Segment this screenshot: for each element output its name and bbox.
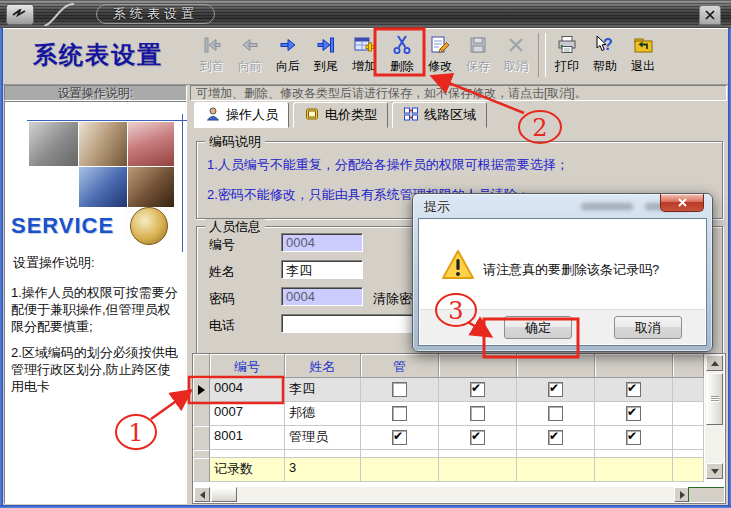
perm-cell[interactable] xyxy=(439,402,517,426)
toolbar-edit-button[interactable]: 修改 xyxy=(421,29,459,81)
perm-cell[interactable] xyxy=(517,426,595,450)
clear-password-button[interactable]: 清除密 xyxy=(373,290,412,308)
app-logo-icon xyxy=(6,4,34,25)
service-brand-text: SERVICE xyxy=(11,213,114,239)
dialog-close-button[interactable] xyxy=(660,194,704,212)
toolbar-save-button[interactable]: 保存 xyxy=(459,29,497,81)
cell-id[interactable]: 8001 xyxy=(210,426,285,450)
permission-checkbox[interactable] xyxy=(392,430,407,445)
tab-label: 线路区域 xyxy=(424,106,476,124)
perm-cell[interactable] xyxy=(361,426,439,450)
operators-table: 编号 姓名 管 0004 李四 0007 邦德 xyxy=(192,353,726,504)
phone-field[interactable] xyxy=(281,314,424,333)
scroll-up-button[interactable] xyxy=(706,355,723,371)
toolbar-button-label: 帮助 xyxy=(593,58,617,75)
permission-checkbox[interactable] xyxy=(626,406,641,421)
password-field[interactable]: 0004 xyxy=(281,287,363,306)
cancel-icon xyxy=(504,32,528,58)
permission-checkbox[interactable] xyxy=(392,382,407,397)
dialog-title: 提示 xyxy=(424,198,450,216)
toolbar-help-button[interactable]: ? 帮助 xyxy=(586,29,624,81)
vertical-scrollbar[interactable] xyxy=(705,355,724,479)
toolbar-delete-button[interactable]: 删除 xyxy=(383,29,421,81)
sidebar: SERVICE 设置操作说明: 1.操作人员的权限可按需要分配便于兼职操作,但管… xyxy=(4,101,187,504)
password-label: 密码 xyxy=(209,290,235,308)
table-footer-row: 记录数 3 xyxy=(193,458,725,482)
perm-cell[interactable] xyxy=(439,426,517,450)
name-field[interactable]: 李四 xyxy=(281,260,363,279)
permission-checkbox[interactable] xyxy=(548,430,563,445)
window-border-left xyxy=(0,28,3,508)
cell-extra xyxy=(673,402,704,426)
photo-tool-image xyxy=(29,122,78,166)
perm-cell[interactable] xyxy=(517,402,595,426)
permission-checkbox[interactable] xyxy=(626,382,641,397)
toolbar-exit-button[interactable]: 退出 xyxy=(624,29,662,81)
perm-cell[interactable] xyxy=(595,402,673,426)
sidebar-note-2: 2.区域编码的划分必须按供电管理行政区划分,防止跨区使用电卡 xyxy=(11,344,183,395)
header-marker-cell xyxy=(193,354,210,378)
app-window: 系统表设置 系统表设置 到首 向前 向后 xyxy=(0,0,731,508)
cell-extra xyxy=(673,426,704,450)
crop-mark xyxy=(27,120,187,121)
header-perm-3 xyxy=(517,354,595,378)
tab-line-areas[interactable]: 线路区域 xyxy=(392,102,487,128)
warning-icon xyxy=(441,249,475,284)
horizontal-scroll-thumb[interactable] xyxy=(211,487,237,502)
permission-checkbox[interactable] xyxy=(470,406,485,421)
toolbar-print-button[interactable]: 打印 xyxy=(548,29,586,81)
perm-cell[interactable] xyxy=(361,378,439,402)
toolbar-prev-button[interactable]: 向前 xyxy=(231,29,269,81)
cancel-button[interactable]: 取消 xyxy=(614,316,682,339)
cell-name[interactable]: 管理员 xyxy=(285,426,361,450)
toolbar: 系统表设置 到首 向前 向后 到尾 xyxy=(3,28,728,85)
cell-id[interactable]: 0007 xyxy=(210,402,285,426)
tab-label: 操作人员 xyxy=(226,106,278,124)
aero-blur xyxy=(581,203,633,210)
perm-cell[interactable] xyxy=(517,378,595,402)
name-label: 姓名 xyxy=(209,263,235,281)
photo-keyboard-image xyxy=(79,167,127,207)
toolbar-button-label: 增加 xyxy=(352,58,376,75)
permission-checkbox[interactable] xyxy=(626,430,641,445)
vertical-scroll-thumb[interactable] xyxy=(706,373,723,425)
window-close-button[interactable] xyxy=(699,5,721,25)
table-row[interactable]: 8001 管理员 xyxy=(193,426,725,450)
toolbar-cancel-button[interactable]: 取消 xyxy=(497,29,535,81)
tab-price-types[interactable]: 电价类型 xyxy=(293,102,388,128)
ok-button[interactable]: 确定 xyxy=(504,316,572,339)
toolbar-next-button[interactable]: 向后 xyxy=(269,29,307,81)
line-area-icon xyxy=(403,106,419,125)
cell-name[interactable]: 李四 xyxy=(285,378,361,402)
permission-checkbox[interactable] xyxy=(548,382,563,397)
perm-cell[interactable] xyxy=(595,426,673,450)
table-row[interactable]: 0007 邦德 xyxy=(193,402,725,426)
perm-cell[interactable] xyxy=(439,378,517,402)
toolbar-add-button[interactable]: 增加 xyxy=(345,29,383,81)
header-perm-1: 管 xyxy=(361,354,439,378)
permission-checkbox[interactable] xyxy=(548,406,563,421)
price-type-icon xyxy=(304,106,320,125)
toolbar-first-button[interactable]: 到首 xyxy=(193,29,231,81)
permission-checkbox[interactable] xyxy=(470,430,485,445)
toolbar-button-label: 退出 xyxy=(631,58,655,75)
horizontal-scrollbar[interactable] xyxy=(194,487,690,502)
confirm-delete-dialog: 提示 请注意真的要删除该条记录吗? 确定 取消 xyxy=(412,193,713,352)
cell-id[interactable]: 0004 xyxy=(210,378,285,402)
tab-operators[interactable]: 操作人员 xyxy=(194,102,289,128)
table-row[interactable]: 0004 李四 xyxy=(193,378,725,402)
header-name: 姓名 xyxy=(285,354,361,378)
delete-record-icon xyxy=(390,32,414,58)
scroll-left-button[interactable] xyxy=(194,487,210,502)
phone-label: 电话 xyxy=(209,317,235,335)
cell-name[interactable]: 邦德 xyxy=(285,402,361,426)
sidebar-note-1: 1.操作人员的权限可按需要分配便于兼职操作,但管理员权限分配要慎重; xyxy=(11,284,183,335)
id-field[interactable]: 0004 xyxy=(281,233,363,252)
scroll-down-button[interactable] xyxy=(706,463,723,479)
permission-checkbox[interactable] xyxy=(470,382,485,397)
permission-checkbox[interactable] xyxy=(392,406,407,421)
perm-cell[interactable] xyxy=(361,402,439,426)
perm-cell[interactable] xyxy=(595,378,673,402)
toolbar-last-button[interactable]: 到尾 xyxy=(307,29,345,81)
instruction-bar: 可增加、删除、修改各类型后请进行保存，如不保存修改，请点击[取消]。 xyxy=(190,85,727,101)
